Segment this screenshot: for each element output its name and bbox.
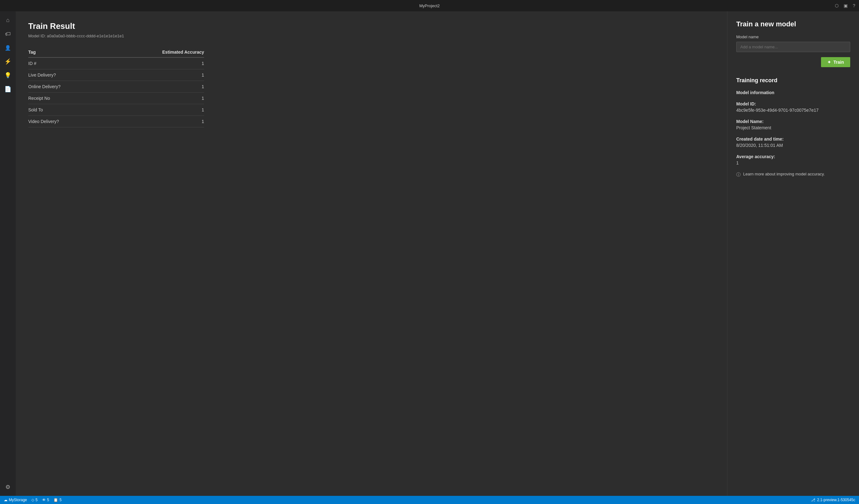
row-tag: Receipt No [28,93,105,104]
version-text: 2.1-preview.1-530545c [817,498,855,502]
statusbar-left: ☁ MyStorage ◇ 5 👁 5 📋 5 [4,498,62,502]
storage-label: MyStorage [9,498,27,502]
avg-accuracy-value: 1 [736,161,850,165]
titlebar: MyProject2 ⬡ ▣ ? [0,0,859,11]
tag-count: 5 [35,498,38,502]
col-accuracy: Estimated Accuracy [105,47,204,58]
app-title: MyProject2 [419,3,439,8]
statusbar-right: ⎇ 2.1-preview.1-530545c [811,498,855,502]
right-panel: Train a new model Model name ✦ Train Tra… [727,11,859,496]
table-row: Video Delivery?1 [28,116,204,127]
new-model-title: Train a new model [736,20,850,28]
created-value: 8/20/2020, 11:51:01 AM [736,143,850,148]
sidebar: ⌂ 🏷 👤 ⚡ 💡 📄 ⚙ [0,11,16,496]
model-name-block: Model Name: Project Statement [736,119,850,130]
avg-accuracy-label: Average accuracy: [736,154,850,159]
doc-count-item: 📋 5 [54,498,62,502]
sidebar-item-home[interactable]: ⌂ [2,14,14,26]
model-info-title: Model information [736,90,850,95]
row-accuracy: 1 [105,58,204,70]
train-button-container: ✦ Train [736,57,850,67]
table-row: Sold To1 [28,104,204,116]
row-tag: Online Delivery? [28,81,105,93]
model-name-input[interactable] [736,42,850,52]
row-accuracy: 1 [105,104,204,116]
home-icon: ⌂ [6,17,10,24]
training-record-title: Training record [736,77,850,84]
export-icon: 📄 [4,86,11,93]
settings-icon: ⚙ [5,484,10,490]
created-block: Created date and time: 8/20/2020, 11:51:… [736,137,850,148]
learn-more-text[interactable]: Learn more about improving model accurac… [743,172,825,177]
model-name-value: Project Statement [736,125,850,130]
row-accuracy: 1 [105,70,204,81]
doc-count: 5 [59,498,62,502]
model-id-value: 4bc9e5fe-953e-49d4-9701-97c0075e7e17 [736,108,850,113]
storage-item[interactable]: ☁ MyStorage [4,498,27,502]
created-label: Created date and time: [736,137,850,141]
content-area: Train Result Model ID: a0a0a0a0-bbbb-ccc… [16,11,859,496]
sidebar-item-settings[interactable]: ⚙ [2,481,14,493]
row-accuracy: 1 [105,116,204,127]
model-icon: 💡 [4,72,11,79]
table-row: Online Delivery?1 [28,81,204,93]
tag-icon: 🏷 [5,31,11,37]
info-circle-icon: ⓘ [736,172,741,178]
train-button-icon: ✦ [827,60,831,65]
train-icon: 👤 [5,45,11,51]
row-tag: Sold To [28,104,105,116]
train-button-label: Train [833,60,844,65]
help-icon[interactable]: ? [853,3,855,8]
row-accuracy: 1 [105,93,204,104]
train-button[interactable]: ✦ Train [821,57,850,67]
model-name-label2: Model Name: [736,119,850,124]
row-accuracy: 1 [105,81,204,93]
table-row: ID #1 [28,58,204,70]
results-table: Tag Estimated Accuracy ID #1Live Deliver… [28,47,204,127]
page-title: Train Result [28,21,714,31]
sidebar-item-train[interactable]: 👤 [2,42,14,54]
sidebar-item-connections[interactable]: ⚡ [2,55,14,68]
model-name-label: Model name [736,34,850,39]
learn-more-block: ⓘ Learn more about improving model accur… [736,172,850,178]
sidebar-item-export[interactable]: 📄 [2,83,14,95]
connection-count-item: 👁 5 [42,498,49,502]
connections-icon: ⚡ [4,58,11,65]
tag-count-icon: ◇ [31,498,34,502]
main-panel: Train Result Model ID: a0a0a0a0-bbbb-ccc… [16,11,727,496]
model-id-text: Model ID: a0a0a0a0-bbbb-cccc-dddd-e1e1e1… [28,34,714,38]
row-tag: Video Delivery? [28,116,105,127]
row-tag: Live Delivery? [28,70,105,81]
share-icon[interactable]: ⬡ [835,3,839,8]
tag-count-item: ◇ 5 [31,498,38,502]
doc-count-icon: 📋 [54,498,58,502]
connection-count-icon: 👁 [42,498,46,502]
model-id-block: Model ID: 4bc9e5fe-953e-49d4-9701-97c007… [736,101,850,113]
titlebar-actions: ⬡ ▣ ? [835,3,855,8]
table-row: Receipt No1 [28,93,204,104]
col-tag: Tag [28,47,105,58]
app-body: ⌂ 🏷 👤 ⚡ 💡 📄 ⚙ Train Result Model ID: a0a… [0,11,859,496]
sidebar-item-model[interactable]: 💡 [2,69,14,81]
model-info-section: Model information [736,90,850,95]
sidebar-item-tag[interactable]: 🏷 [2,28,14,40]
row-tag: ID # [28,58,105,70]
branch-icon: ⎇ [811,498,815,502]
layout-icon[interactable]: ▣ [844,3,848,8]
table-row: Live Delivery?1 [28,70,204,81]
statusbar: ☁ MyStorage ◇ 5 👁 5 📋 5 ⎇ 2.1-preview.1-… [0,496,859,504]
connection-count: 5 [47,498,49,502]
avg-accuracy-block: Average accuracy: 1 [736,154,850,165]
cloud-icon: ☁ [4,498,7,502]
model-id-label: Model ID: [736,101,850,106]
